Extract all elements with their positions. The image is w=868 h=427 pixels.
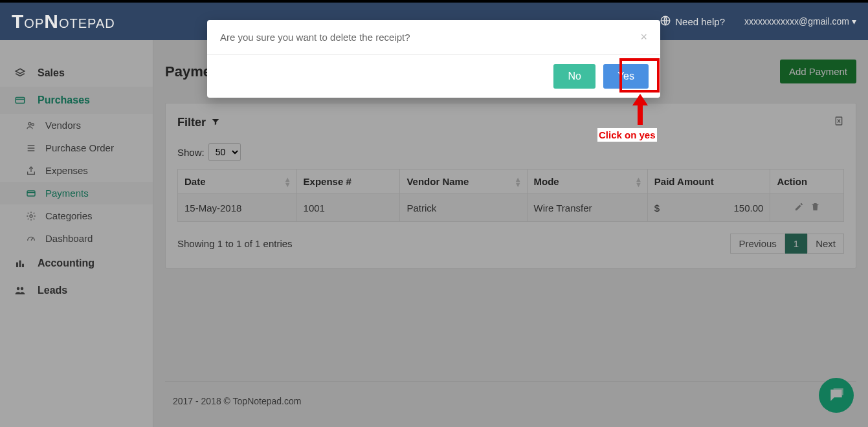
user-menu[interactable]: xxxxxxxxxxxx@gmail.com ▾ <box>744 16 856 27</box>
user-email-label: xxxxxxxxxxxx@gmail.com <box>744 16 849 27</box>
need-help-label: Need help? <box>675 16 725 27</box>
confirm-delete-modal: Are you sure you want to delete the rece… <box>207 20 660 98</box>
overlay-backdrop <box>0 40 868 427</box>
modal-message: Are you sure you want to delete the rece… <box>220 32 410 43</box>
brand-logo: TopNotepad <box>12 10 115 32</box>
annotation-arrow-icon <box>631 94 649 125</box>
need-help-link[interactable]: Need help? <box>660 15 725 28</box>
globe-icon <box>660 15 671 28</box>
chevron-down-icon: ▾ <box>852 16 856 27</box>
close-icon[interactable]: × <box>640 30 647 44</box>
modal-yes-button[interactable]: Yes <box>603 64 649 89</box>
modal-no-button[interactable]: No <box>553 64 595 89</box>
annotation-label: Click on yes <box>597 128 657 142</box>
